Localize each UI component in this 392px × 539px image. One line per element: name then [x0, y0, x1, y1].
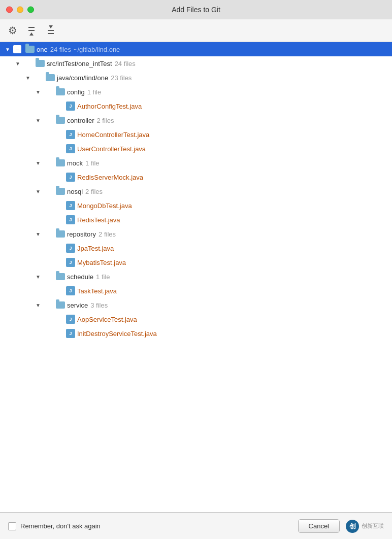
item-name: nosql: [67, 188, 83, 195]
tree-row[interactable]: ▼mock1 file: [0, 156, 392, 170]
item-name: repository: [67, 230, 96, 238]
brand-icon: 创: [346, 520, 359, 533]
minimize-button[interactable]: [17, 6, 23, 13]
item-name: one: [37, 46, 48, 53]
tree-row[interactable]: AopServiceTest.java: [0, 312, 392, 326]
brand-text: 创新互联: [362, 522, 384, 530]
brand-logo: 创 创新互联: [346, 520, 384, 533]
item-count: 1 file: [96, 273, 110, 281]
item-name: InitDestroyServiceTest.java: [77, 330, 157, 338]
item-name: controller: [67, 117, 94, 124]
window-title: Add Files to Git: [172, 6, 220, 14]
tree-row[interactable]: ▼nosql2 files: [0, 184, 392, 198]
title-bar: Add Files to Git: [0, 0, 392, 19]
close-button[interactable]: [6, 6, 13, 13]
item-name: MongoDbTest.java: [77, 202, 132, 210]
tree-row[interactable]: ▼one24 files ~/gitlab/lind.one: [0, 42, 392, 56]
triangle-icon[interactable]: ▼: [35, 189, 42, 194]
java-file-icon: [66, 102, 75, 111]
remember-checkbox[interactable]: [8, 522, 16, 530]
tree-row[interactable]: JpaTest.java: [0, 241, 392, 255]
item-name: AuthorConfigTest.java: [77, 103, 142, 110]
java-file-icon: [66, 215, 75, 224]
item-count: 2 files: [96, 117, 114, 124]
tree-row[interactable]: UserControllerTest.java: [0, 142, 392, 156]
java-file-icon: [66, 130, 75, 139]
tree-row[interactable]: HomeControllerTest.java: [0, 127, 392, 142]
item-name: config: [67, 88, 85, 96]
folder-icon: [56, 273, 65, 280]
svg-marker-5: [49, 25, 53, 28]
tree-row[interactable]: RedisServerMock.java: [0, 170, 392, 184]
row-checkbox[interactable]: [13, 45, 21, 53]
triangle-icon[interactable]: ▼: [14, 61, 21, 66]
item-name: schedule: [67, 273, 93, 281]
item-name: AopServiceTest.java: [77, 316, 137, 323]
item-name: RedisTest.java: [77, 216, 120, 224]
tree-row[interactable]: ▼schedule1 file: [0, 270, 392, 284]
svg-marker-2: [29, 32, 34, 36]
java-file-icon: [66, 329, 75, 338]
tree-row[interactable]: MongoDbTest.java: [0, 198, 392, 213]
item-count: 3 files: [90, 301, 108, 309]
java-file-icon: [66, 173, 75, 182]
expand-button[interactable]: [24, 24, 39, 37]
triangle-icon[interactable]: ▼: [24, 75, 31, 81]
tree-row[interactable]: TaskTest.java: [0, 284, 392, 298]
triangle-icon[interactable]: ▼: [35, 231, 42, 237]
java-file-icon: [66, 315, 75, 324]
item-name: service: [67, 301, 88, 309]
triangle-icon[interactable]: ▼: [4, 47, 11, 52]
folder-icon: [56, 117, 65, 124]
collapse-button[interactable]: [44, 24, 58, 37]
folder-icon: [46, 74, 55, 81]
folder-icon: [56, 88, 65, 95]
tree-row[interactable]: MybatisTest.java: [0, 255, 392, 270]
item-name: UserControllerTest.java: [77, 145, 146, 153]
item-count: 24 files: [115, 60, 136, 68]
triangle-icon[interactable]: ▼: [35, 118, 42, 123]
buttons-area: Cancel 创 创新互联: [298, 519, 384, 533]
item-count: 2 files: [99, 230, 116, 238]
item-name: java/com/lind/one: [57, 74, 108, 82]
triangle-icon[interactable]: ▼: [35, 89, 42, 95]
tree-container: ▼one24 files ~/gitlab/lind.one▼src/intTe…: [0, 42, 392, 513]
item-name: JpaTest.java: [77, 245, 114, 252]
traffic-lights: [6, 6, 34, 13]
maximize-button[interactable]: [27, 6, 34, 13]
remember-text: Remember, don't ask again: [20, 522, 101, 530]
item-suffix: ~/gitlab/lind.one: [74, 46, 120, 53]
item-count: 1 file: [85, 159, 99, 167]
java-file-icon: [66, 201, 75, 210]
bottom-bar: Remember, don't ask again Cancel 创 创新互联: [0, 513, 392, 539]
item-name: TaskTest.java: [77, 287, 117, 295]
item-name: src/intTest/one_intTest: [47, 60, 112, 68]
tree-row[interactable]: ▼src/intTest/one_intTest24 files: [0, 56, 392, 71]
item-count: 23 files: [111, 74, 132, 82]
java-file-icon: [66, 286, 75, 295]
cancel-button[interactable]: Cancel: [298, 519, 340, 533]
settings-button[interactable]: ⚙: [6, 23, 19, 38]
item-name: HomeControllerTest.java: [77, 131, 149, 139]
folder-icon: [56, 188, 65, 195]
triangle-icon[interactable]: ▼: [35, 302, 42, 308]
tree-row[interactable]: ▼controller2 files: [0, 113, 392, 127]
tree-row[interactable]: ▼service3 files: [0, 298, 392, 312]
triangle-icon[interactable]: ▼: [35, 160, 42, 166]
item-count: 1 file: [87, 88, 101, 96]
java-file-icon: [66, 144, 75, 153]
tree-row[interactable]: RedisTest.java: [0, 213, 392, 227]
tree-row[interactable]: ▼config1 file: [0, 85, 392, 99]
tree-row[interactable]: AuthorConfigTest.java: [0, 99, 392, 113]
tree-row[interactable]: ▼repository2 files: [0, 227, 392, 241]
folder-icon: [56, 159, 65, 166]
tree-row[interactable]: InitDestroyServiceTest.java: [0, 326, 392, 341]
folder-icon: [56, 301, 65, 309]
tree-row[interactable]: ▼java/com/lind/one23 files: [0, 71, 392, 85]
triangle-icon[interactable]: ▼: [35, 274, 42, 280]
item-count: 24 files: [50, 46, 71, 53]
java-file-icon: [66, 244, 75, 253]
toolbar: ⚙: [0, 19, 392, 42]
item-name: MybatisTest.java: [77, 259, 126, 266]
item-name: mock: [67, 159, 83, 167]
